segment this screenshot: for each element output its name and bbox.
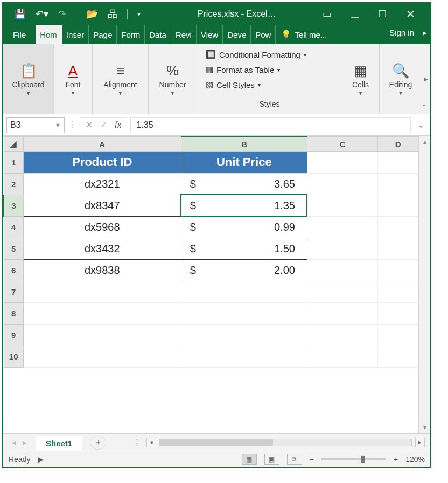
cell-C10[interactable] [307, 346, 377, 367]
fx-icon[interactable]: fx [115, 120, 121, 130]
view-page-layout-icon[interactable]: ▣ [264, 454, 279, 465]
zoom-in-icon[interactable]: + [394, 455, 398, 464]
col-header-D[interactable]: D [378, 136, 418, 151]
row-header-10[interactable]: 10 [4, 346, 23, 367]
grid[interactable]: ◢ABCD1Product IDUnit Price2dx2321$3.653d… [3, 136, 418, 433]
sheet-prev-icon[interactable]: ◂ [12, 438, 16, 447]
row-header-1[interactable]: 1 [4, 151, 23, 173]
tabs-scroll-right-icon[interactable]: ▸ [419, 25, 430, 44]
cell-B5[interactable]: $1.50 [181, 238, 307, 259]
save-icon[interactable]: 💾 [14, 8, 26, 20]
cell-A4[interactable]: dx5968 [23, 216, 181, 238]
cell-D7[interactable] [378, 281, 418, 302]
conditional-formatting-button[interactable]: 🔲 Conditional Formatting ▾ [206, 50, 333, 59]
name-box[interactable]: B3 ▼ [6, 117, 65, 133]
ribbon-display-icon[interactable]: ▭ [323, 8, 332, 20]
macro-record-icon[interactable]: ▶ [38, 455, 44, 464]
cell-A8[interactable] [23, 302, 181, 324]
undo-icon[interactable]: ↶▾ [36, 8, 48, 20]
cell-D6[interactable] [378, 259, 418, 281]
formula-expand-icon[interactable]: ⌄ [414, 120, 427, 130]
group-number[interactable]: % Number ▼ [149, 44, 197, 114]
name-box-handle-icon[interactable]: ⋮ [68, 120, 76, 130]
cell-C9[interactable] [307, 324, 377, 346]
cell-D5[interactable] [378, 238, 418, 259]
view-page-break-icon[interactable]: ⧉ [287, 454, 302, 465]
tab-page-layout[interactable]: Page [89, 25, 117, 44]
hscroll-thumb[interactable] [160, 439, 273, 446]
sheet-next-icon[interactable]: ▸ [23, 438, 27, 447]
zoom-thumb[interactable] [361, 456, 365, 463]
cell-A7[interactable] [23, 281, 181, 302]
row-header-2[interactable]: 2 [4, 173, 23, 195]
row-header-7[interactable]: 7 [4, 281, 23, 302]
tab-home[interactable]: Hom [36, 25, 62, 44]
cell-styles-button[interactable]: ▧ Cell Styles ▾ [206, 80, 333, 89]
tab-data[interactable]: Data [145, 25, 171, 44]
add-sheet-button[interactable]: ＋ [90, 436, 106, 450]
cell-A3[interactable]: dx8347 [23, 195, 181, 216]
select-all-corner[interactable]: ◢ [4, 136, 23, 151]
tab-view[interactable]: View [197, 25, 223, 44]
cell-D4[interactable] [378, 216, 418, 238]
cell-A1[interactable]: Product ID [23, 151, 181, 173]
group-cells[interactable]: ▦ Cells ▼ [342, 44, 380, 114]
scroll-up-icon[interactable]: ▴ [423, 138, 426, 146]
cell-B8[interactable] [181, 302, 307, 324]
col-header-B[interactable]: B [181, 136, 307, 151]
cell-A9[interactable] [23, 324, 181, 346]
maximize-icon[interactable]: ☐ [378, 8, 387, 20]
row-header-6[interactable]: 6 [4, 259, 23, 281]
scroll-down-icon[interactable]: ▾ [423, 424, 426, 431]
zoom-slider[interactable] [321, 458, 386, 460]
cell-B9[interactable] [181, 324, 307, 346]
zoom-out-icon[interactable]: − [310, 455, 314, 464]
enter-icon[interactable]: ✓ [100, 120, 107, 130]
cell-C4[interactable] [307, 216, 377, 238]
tab-power[interactable]: Pow [251, 25, 276, 44]
redo-icon[interactable]: ↷ [58, 8, 66, 20]
cell-B1[interactable]: Unit Price [181, 151, 307, 173]
hscroll-left-icon[interactable]: ◂ [146, 438, 156, 447]
group-editing[interactable]: 🔍 Editing ▼ [380, 44, 422, 114]
group-font[interactable]: A Font ▼ [54, 44, 93, 114]
row-header-3[interactable]: 3 [4, 195, 23, 216]
open-icon[interactable]: 📂 [86, 8, 98, 20]
row-header-8[interactable]: 8 [4, 302, 23, 324]
hscroll-right-icon[interactable]: ▸ [415, 438, 425, 447]
cell-D1[interactable] [378, 151, 418, 173]
close-icon[interactable]: ✕ [406, 8, 415, 20]
row-header-4[interactable]: 4 [4, 216, 23, 238]
cell-C6[interactable] [307, 259, 377, 281]
tell-me[interactable]: 💡 Tell me... [276, 25, 332, 44]
cell-D10[interactable] [378, 346, 418, 367]
formula-input[interactable]: 1.35 [130, 117, 411, 133]
cell-D9[interactable] [378, 324, 418, 346]
cell-B2[interactable]: $3.65 [181, 173, 307, 195]
tab-file[interactable]: File [3, 25, 36, 44]
horizontal-scrollbar[interactable]: ◂ ▸ [141, 438, 430, 447]
cell-C8[interactable] [307, 302, 377, 324]
tab-review[interactable]: Revi [171, 25, 197, 44]
cell-C1[interactable] [307, 151, 377, 173]
hierarchy-icon[interactable]: 品 [108, 8, 117, 20]
col-header-A[interactable]: A [23, 136, 181, 151]
group-alignment[interactable]: ≡ Alignment ▼ [93, 44, 149, 114]
row-header-9[interactable]: 9 [4, 324, 23, 346]
cell-A10[interactable] [23, 346, 181, 367]
qat-customize-icon[interactable]: ▾ [137, 10, 141, 18]
cell-B4[interactable]: $0.99 [181, 216, 307, 238]
tab-formulas[interactable]: Form [117, 25, 145, 44]
collapse-ribbon-icon[interactable]: ˄ [422, 104, 426, 112]
vertical-scrollbar[interactable]: ▴ ▾ [418, 136, 430, 433]
tab-split-handle-icon[interactable]: ⋮ [133, 438, 141, 447]
tab-developer[interactable]: Deve [223, 25, 251, 44]
sign-in[interactable]: Sign in [384, 25, 419, 44]
cell-B7[interactable] [181, 281, 307, 302]
group-clipboard[interactable]: 📋 Clipboard ▼ [3, 44, 54, 114]
cell-B10[interactable] [181, 346, 307, 367]
cell-C2[interactable] [307, 173, 377, 195]
cell-C5[interactable] [307, 238, 377, 259]
minimize-icon[interactable]: _ [351, 3, 359, 19]
hscroll-track[interactable] [159, 439, 412, 446]
